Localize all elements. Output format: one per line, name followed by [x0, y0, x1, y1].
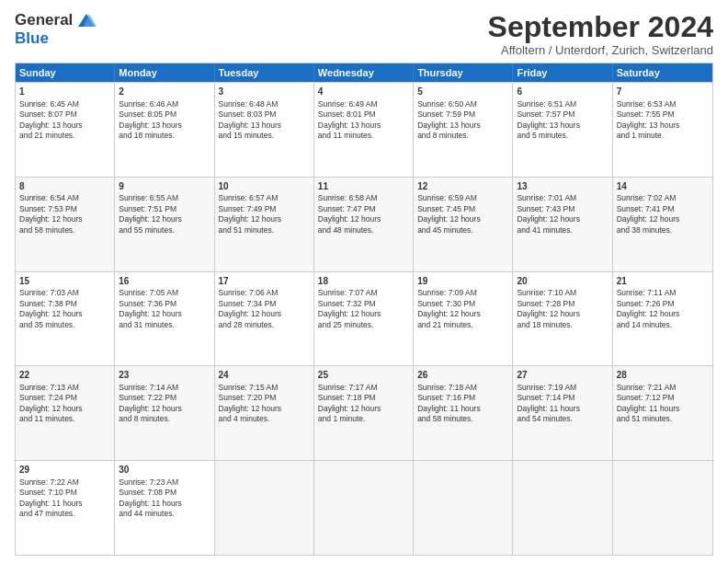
month-title: September 2024: [488, 11, 713, 43]
day-info-line: and 21 minutes.: [417, 320, 508, 330]
calendar-cell: [414, 461, 513, 555]
day-info-line: Sunset: 7:43 PM: [517, 204, 608, 214]
day-number: 14: [617, 180, 709, 193]
day-info-line: Sunset: 8:03 PM: [219, 109, 310, 120]
day-info-line: Daylight: 12 hours: [19, 404, 110, 414]
day-number: 13: [517, 180, 608, 193]
day-number: 7: [617, 86, 709, 98]
day-info-line: Daylight: 12 hours: [19, 214, 110, 224]
calendar-header-cell: Monday: [115, 63, 214, 82]
day-info-line: Sunrise: 6:53 AM: [617, 99, 709, 109]
day-info-line: and 44 minutes.: [119, 509, 210, 519]
day-info-line: Sunrise: 7:21 AM: [617, 383, 709, 393]
day-number: 23: [119, 369, 210, 382]
calendar-header-cell: Wednesday: [314, 63, 414, 82]
day-info-line: Sunset: 8:01 PM: [318, 109, 409, 120]
calendar-cell: 3Sunrise: 6:48 AMSunset: 8:03 PMDaylight…: [215, 83, 314, 177]
day-info-line: and 5 minutes.: [517, 131, 608, 141]
day-number: 4: [318, 86, 409, 98]
day-info-line: Sunset: 7:22 PM: [119, 393, 210, 403]
day-number: 29: [19, 464, 110, 477]
day-number: 19: [417, 275, 508, 288]
day-info-line: Sunset: 7:55 PM: [617, 109, 709, 120]
day-number: 12: [417, 180, 508, 193]
day-info-line: Sunset: 7:34 PM: [219, 299, 310, 309]
day-info-line: Daylight: 13 hours: [517, 121, 608, 131]
day-info-line: Sunrise: 7:10 AM: [517, 288, 608, 298]
logo: General Blue: [15, 11, 97, 48]
calendar-header-cell: Friday: [513, 63, 612, 82]
day-number: 17: [219, 275, 310, 288]
calendar-row: 22Sunrise: 7:13 AMSunset: 7:24 PMDayligh…: [16, 365, 712, 460]
calendar-cell: 19Sunrise: 7:09 AMSunset: 7:30 PMDayligh…: [414, 272, 513, 366]
day-info-line: Sunset: 7:32 PM: [318, 299, 409, 309]
day-info-line: and 4 minutes.: [219, 414, 310, 424]
calendar-cell: 21Sunrise: 7:11 AMSunset: 7:26 PMDayligh…: [613, 272, 712, 366]
day-info-line: and 51 minutes.: [219, 225, 310, 236]
day-info-line: and 1 minute.: [617, 131, 709, 141]
calendar-header-cell: Saturday: [613, 63, 712, 82]
day-info-line: Sunset: 8:05 PM: [119, 109, 210, 120]
day-info-line: Daylight: 11 hours: [417, 404, 508, 414]
calendar-header-cell: Sunday: [16, 63, 115, 82]
day-info-line: Sunset: 7:08 PM: [119, 488, 210, 498]
calendar-cell: 10Sunrise: 6:57 AMSunset: 7:49 PMDayligh…: [215, 178, 314, 271]
calendar-cell: 25Sunrise: 7:17 AMSunset: 7:18 PMDayligh…: [314, 366, 414, 460]
day-number: 9: [119, 180, 210, 193]
day-info-line: Sunset: 7:14 PM: [517, 393, 608, 403]
page: General Blue September 2024 Affoltern / …: [0, 0, 728, 563]
day-info-line: and 51 minutes.: [617, 414, 709, 424]
day-info-line: Sunset: 7:36 PM: [119, 299, 210, 309]
day-info-line: Sunset: 7:24 PM: [19, 393, 110, 403]
day-info-line: Daylight: 12 hours: [617, 214, 709, 224]
day-info-line: Sunrise: 7:05 AM: [119, 288, 210, 298]
day-info-line: Daylight: 13 hours: [219, 121, 310, 131]
day-info-line: and 14 minutes.: [617, 320, 709, 330]
header: General Blue September 2024 Affoltern / …: [15, 11, 713, 57]
day-number: 28: [617, 369, 709, 382]
day-number: 11: [318, 180, 409, 193]
day-info-line: Daylight: 11 hours: [119, 499, 210, 509]
day-info-line: and 54 minutes.: [517, 414, 608, 424]
day-number: 25: [318, 369, 409, 382]
day-info-line: Daylight: 13 hours: [19, 121, 110, 131]
calendar-cell: 16Sunrise: 7:05 AMSunset: 7:36 PMDayligh…: [115, 272, 214, 366]
day-info-line: Sunrise: 7:01 AM: [517, 193, 608, 203]
logo-blue-text: Blue: [15, 29, 49, 48]
day-info-line: Sunset: 7:10 PM: [19, 488, 110, 498]
day-info-line: Daylight: 12 hours: [617, 309, 709, 319]
calendar-header-cell: Thursday: [414, 63, 513, 82]
day-info-line: Daylight: 12 hours: [119, 309, 210, 319]
day-info-line: Sunrise: 7:22 AM: [19, 477, 110, 488]
day-info-line: Sunrise: 7:07 AM: [318, 288, 409, 298]
day-info-line: Daylight: 12 hours: [219, 404, 310, 414]
day-info-line: and 11 minutes.: [19, 414, 110, 424]
day-number: 21: [617, 275, 709, 288]
day-info-line: Daylight: 12 hours: [417, 214, 508, 224]
day-info-line: Daylight: 12 hours: [318, 214, 409, 224]
calendar-cell: 11Sunrise: 6:58 AMSunset: 7:47 PMDayligh…: [314, 178, 414, 271]
day-info-line: Daylight: 12 hours: [318, 309, 409, 319]
day-info-line: Sunset: 7:53 PM: [19, 204, 110, 214]
day-info-line: and 21 minutes.: [19, 131, 110, 141]
day-info-line: Daylight: 12 hours: [417, 309, 508, 319]
day-number: 26: [417, 369, 508, 382]
day-info-line: and 8 minutes.: [119, 414, 210, 424]
day-info-line: and 1 minute.: [318, 414, 409, 424]
day-info-line: Sunrise: 6:57 AM: [219, 193, 310, 203]
day-number: 27: [517, 369, 608, 382]
day-info-line: Sunrise: 6:50 AM: [417, 99, 508, 109]
calendar-cell: 24Sunrise: 7:15 AMSunset: 7:20 PMDayligh…: [215, 366, 314, 460]
day-info-line: and 45 minutes.: [417, 225, 508, 236]
day-info-line: Sunrise: 7:03 AM: [19, 288, 110, 298]
day-number: 10: [219, 180, 310, 193]
day-info-line: Sunset: 7:16 PM: [417, 393, 508, 403]
day-info-line: and 28 minutes.: [219, 320, 310, 330]
calendar-cell: 2Sunrise: 6:46 AMSunset: 8:05 PMDaylight…: [115, 83, 214, 177]
day-info-line: Daylight: 13 hours: [417, 121, 508, 131]
day-number: 22: [19, 369, 110, 382]
day-info-line: Sunrise: 6:58 AM: [318, 193, 409, 203]
day-info-line: Sunrise: 7:17 AM: [318, 383, 409, 393]
day-number: 6: [517, 86, 608, 98]
calendar-body: 1Sunrise: 6:45 AMSunset: 8:07 PMDaylight…: [16, 82, 712, 555]
